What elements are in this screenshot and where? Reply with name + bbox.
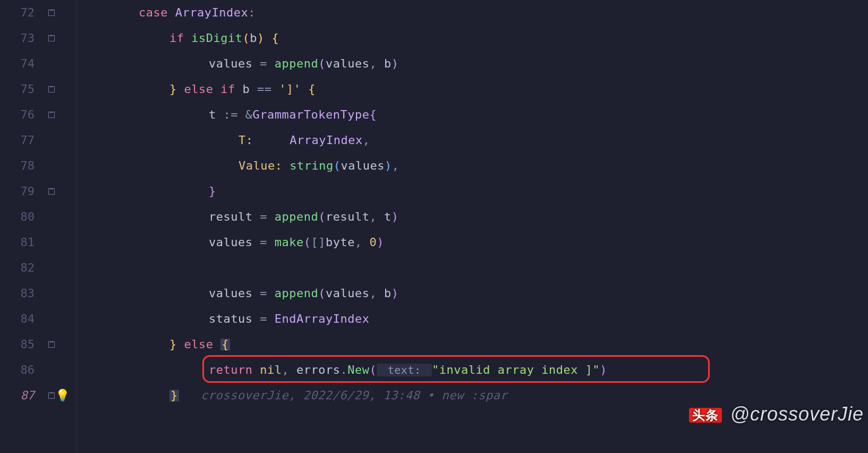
line-number: 83 xyxy=(0,281,45,306)
line-number: 73 xyxy=(0,26,45,51)
code-line: t := &GrammarTokenType{ xyxy=(79,102,868,128)
code-editor[interactable]: 72 73 74 75 76 77 78 79 80 81 82 83 84 8… xyxy=(0,0,868,453)
code-line: values = append(values, b) xyxy=(79,51,868,77)
line-number: 72 xyxy=(0,0,45,26)
line-number: 78 xyxy=(0,153,45,179)
code-line xyxy=(79,255,868,281)
line-number: 76 xyxy=(0,102,45,128)
line-number: 77 xyxy=(0,128,45,153)
code-line: } xyxy=(79,179,868,204)
line-number: 84 xyxy=(0,306,45,332)
line-number: 85 xyxy=(0,332,45,357)
code-line: Value: string(values), xyxy=(79,153,868,179)
vcs-inline-annotation: crossoverJie, 2022/6/29, 13:48 • new :sp… xyxy=(179,390,508,401)
code-line: status = EndArrayIndex xyxy=(79,306,868,332)
intention-bulb-icon[interactable]: 💡 xyxy=(55,390,70,401)
code-line: return nil, errors.New( text: "invalid a… xyxy=(79,357,868,383)
code-line: if isDigit(b) { xyxy=(79,26,868,51)
code-line: } else if b == ']' { xyxy=(79,77,868,102)
line-number: 82 xyxy=(0,255,45,281)
fold-marker-collapse-icon[interactable] xyxy=(48,10,55,16)
watermark-logo-icon: 头条 xyxy=(689,408,722,423)
code-line: case ArrayIndex: xyxy=(79,0,868,26)
matched-brace-highlight: } xyxy=(169,390,179,401)
line-number: 80 xyxy=(0,204,45,230)
fold-marker-collapse-icon[interactable] xyxy=(48,341,55,348)
code-line: } else { xyxy=(79,332,868,357)
watermark-text: 头条 @crossoverJie xyxy=(689,405,864,424)
code-line: values = make([]byte, 0) xyxy=(79,230,868,255)
fold-marker-collapse-icon[interactable] xyxy=(48,392,55,399)
line-number: 86 xyxy=(0,357,45,383)
code-line: values = append(values, b) xyxy=(79,281,868,306)
code-line: T: ArrayIndex, xyxy=(79,128,868,153)
fold-gutter xyxy=(45,0,77,453)
line-number: 74 xyxy=(0,51,45,77)
fold-marker-collapse-icon[interactable] xyxy=(48,35,55,41)
code-text-area[interactable]: case ArrayIndex: if isDigit(b) { values … xyxy=(77,0,868,453)
code-line: result = append(result, t) xyxy=(79,204,868,230)
line-number: 81 xyxy=(0,230,45,255)
line-number-modified: 87 xyxy=(0,383,45,408)
fold-marker-collapse-icon[interactable] xyxy=(48,112,55,118)
line-number: 75 xyxy=(0,77,45,102)
line-number-gutter: 72 73 74 75 76 77 78 79 80 81 82 83 84 8… xyxy=(0,0,45,453)
fold-marker-collapse-icon[interactable] xyxy=(48,188,55,195)
line-number: 79 xyxy=(0,179,45,204)
fold-marker-collapse-icon[interactable] xyxy=(48,86,55,93)
parameter-hint: text: xyxy=(377,364,432,376)
matched-brace-highlight: { xyxy=(220,339,230,350)
